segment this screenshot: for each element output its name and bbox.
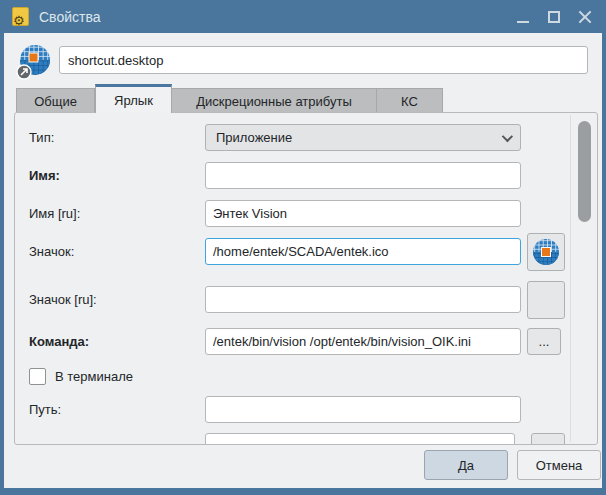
window-title: Свойства xyxy=(39,9,100,25)
clipped-button[interactable] xyxy=(531,433,565,445)
name-ru-input[interactable] xyxy=(205,200,521,227)
cancel-button[interactable]: Отмена xyxy=(517,450,601,480)
scrollbar-track-separator xyxy=(570,115,571,442)
shortcut-globe-icon xyxy=(16,43,53,80)
browse-command-button[interactable]: ... xyxy=(527,328,561,355)
properties-gear-file-icon xyxy=(12,7,29,26)
clipped-input[interactable] xyxy=(205,433,515,445)
name-ru-label: Имя [ru]: xyxy=(29,200,80,227)
icon-picker-button[interactable] xyxy=(527,233,565,271)
tab-shortcut[interactable]: Ярлык xyxy=(95,84,172,113)
path-input[interactable] xyxy=(205,396,521,423)
tab-bar: Общие Ярлык Дискреционные атрибуты КС xyxy=(16,84,443,113)
tab-kc[interactable]: КС xyxy=(377,88,443,113)
type-dropdown[interactable]: Приложение xyxy=(205,124,521,151)
properties-window: Свойства Общие Ярлык Дискре xyxy=(0,0,606,495)
minimize-button[interactable] xyxy=(516,10,530,24)
command-label: Команда: xyxy=(29,328,89,355)
vertical-scrollbar[interactable] xyxy=(578,121,591,222)
ok-button[interactable]: Да xyxy=(424,450,508,480)
icon-ru-label: Значок [ru]: xyxy=(29,286,97,313)
maximize-button[interactable] xyxy=(547,10,561,24)
icon-ru-input[interactable] xyxy=(205,286,521,313)
dialog-content: Общие Ярлык Дискреционные атрибуты КС Ти… xyxy=(4,33,602,488)
close-icon xyxy=(578,10,592,24)
name-input[interactable] xyxy=(205,162,521,189)
titlebar[interactable]: Свойства xyxy=(0,0,606,33)
terminal-checkbox-label: В терминале xyxy=(55,369,133,384)
command-input[interactable] xyxy=(205,328,521,355)
tab-discretionary-attributes[interactable]: Дискреционные атрибуты xyxy=(172,88,377,113)
form-scroll-panel: Тип: Приложение Имя: Имя [ru]: Значок: xyxy=(14,112,598,445)
chevron-down-icon xyxy=(502,130,513,141)
terminal-checkbox-row: В терминале xyxy=(29,368,133,385)
icon-label: Значок: xyxy=(29,238,74,265)
minimize-icon xyxy=(517,21,529,23)
tab-general[interactable]: Общие xyxy=(16,88,95,113)
path-label: Путь: xyxy=(29,396,61,423)
type-dropdown-value: Приложение xyxy=(216,130,292,145)
type-label: Тип: xyxy=(29,124,54,151)
close-button[interactable] xyxy=(578,10,592,24)
icon-ru-picker-button[interactable] xyxy=(527,281,565,319)
entek-globe-icon xyxy=(531,237,561,267)
icon-path-input[interactable] xyxy=(205,238,521,265)
terminal-checkbox[interactable] xyxy=(29,368,46,385)
name-label: Имя: xyxy=(29,162,60,189)
filename-input[interactable] xyxy=(59,46,588,74)
maximize-icon xyxy=(548,11,560,23)
